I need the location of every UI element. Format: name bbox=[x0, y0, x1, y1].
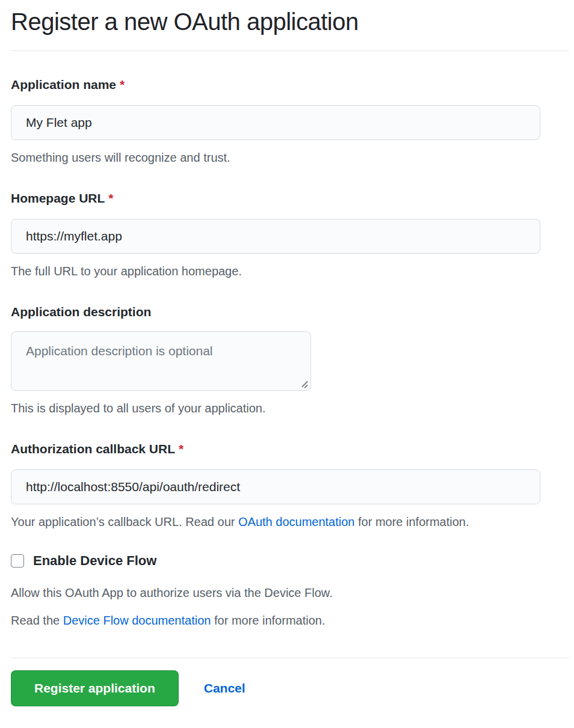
title-divider bbox=[11, 50, 569, 51]
callback-url-group: Authorization callback URL* Your applica… bbox=[11, 442, 563, 529]
oauth-documentation-link[interactable]: OAuth documentation bbox=[238, 515, 354, 528]
oauth-app-form: Application name* Something users will r… bbox=[0, 78, 574, 706]
application-name-label: Application name* bbox=[11, 78, 563, 92]
homepage-url-group: Homepage URL* The full URL to your appli… bbox=[11, 191, 563, 278]
callback-url-label: Authorization callback URL* bbox=[11, 442, 563, 456]
register-application-button[interactable]: Register application bbox=[11, 670, 179, 706]
application-description-group: Application description This is displaye… bbox=[11, 305, 563, 415]
required-asterisk: * bbox=[179, 442, 184, 456]
required-asterisk: * bbox=[120, 78, 125, 91]
application-description-wrap bbox=[11, 331, 311, 391]
device-flow-row: Enable Device Flow bbox=[11, 553, 563, 569]
homepage-url-label: Homepage URL* bbox=[11, 191, 563, 206]
application-description-textarea[interactable] bbox=[11, 331, 311, 391]
enable-device-flow-label[interactable]: Enable Device Flow bbox=[33, 553, 156, 569]
application-description-label: Application description bbox=[11, 305, 563, 319]
device-flow-read-more: Read the Device Flow documentation for m… bbox=[11, 613, 563, 628]
page-title: Register a new OAuth application bbox=[11, 6, 563, 37]
callback-url-help: Your application’s callback URL. Read ou… bbox=[11, 515, 563, 529]
actions-divider bbox=[11, 658, 569, 658]
application-description-help: This is displayed to all users of your a… bbox=[11, 401, 563, 415]
enable-device-flow-checkbox[interactable] bbox=[11, 554, 24, 567]
homepage-url-input[interactable] bbox=[11, 219, 540, 254]
resize-grip-icon[interactable] bbox=[300, 379, 308, 388]
application-name-input[interactable] bbox=[11, 105, 540, 140]
required-asterisk: * bbox=[108, 191, 113, 205]
homepage-url-help: The full URL to your application homepag… bbox=[11, 264, 563, 278]
cancel-link[interactable]: Cancel bbox=[204, 681, 245, 696]
device-flow-documentation-link[interactable]: Device Flow documentation bbox=[63, 614, 211, 627]
device-flow-description: Allow this OAuth App to authorize users … bbox=[11, 586, 563, 600]
form-actions: Register application Cancel bbox=[0, 670, 574, 706]
application-name-help: Something users will recognize and trust… bbox=[11, 150, 563, 165]
application-name-group: Application name* Something users will r… bbox=[11, 78, 563, 165]
callback-url-input[interactable] bbox=[11, 470, 540, 504]
